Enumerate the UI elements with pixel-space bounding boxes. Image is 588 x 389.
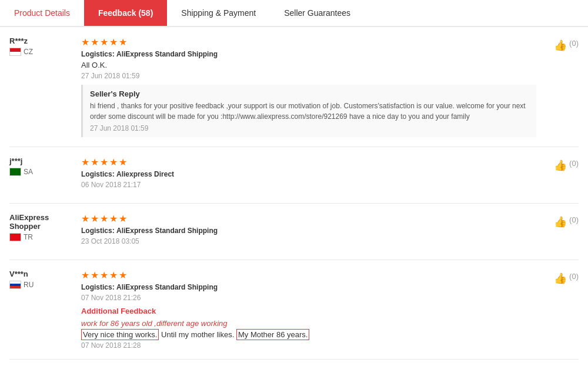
like-area[interactable]: 👍 (0) <box>543 157 579 194</box>
logistics-label: Logistics: <box>81 50 115 58</box>
thumbs-up-icon: 👍 <box>554 39 567 52</box>
reviewer-name: R***z <box>9 36 74 45</box>
reviewer-info: j***j SA <box>9 157 74 194</box>
tab-feedback[interactable]: Feedback (58) <box>84 0 167 26</box>
reviewer-info: R***z CZ <box>9 36 74 137</box>
like-count: (0) <box>569 272 579 281</box>
logistics: Logistics: AliExpress Standard Shipping <box>81 227 536 235</box>
tab-product-details[interactable]: Product Details <box>0 0 84 26</box>
reviewer-country: CZ <box>9 48 74 56</box>
additional-feedback: Additional Feedback work for 86 years ol… <box>81 307 536 350</box>
star-icon: ★ <box>81 213 89 224</box>
star-icon: ★ <box>119 213 127 224</box>
star-icon: ★ <box>81 270 89 281</box>
review-content: ★ ★ ★ ★ ★ Logistics: AliExpress Standard… <box>81 270 536 350</box>
flag-icon <box>9 48 21 56</box>
tab-bar: Product Details Feedback (58) Shipping &… <box>0 0 588 27</box>
logistics-label: Logistics: <box>81 283 115 291</box>
star-icon: ★ <box>81 157 89 168</box>
seller-reply-text: hi friend , thanks for your positive fee… <box>90 101 529 122</box>
table-row: R***z CZ ★ ★ ★ ★ ★ Logistics: AliExpress… <box>9 27 579 147</box>
reviewer-info: AliExpress Shopper TR <box>9 213 74 250</box>
country-code: CZ <box>24 48 33 56</box>
country-code: TR <box>24 233 33 241</box>
star-icon: ★ <box>91 213 99 224</box>
thumbs-up-icon: 👍 <box>554 215 567 228</box>
reviewer-info: V***n RU <box>9 270 74 350</box>
reviewer-name: j***j <box>9 157 74 165</box>
flag-icon <box>9 233 21 241</box>
tab-seller-guarantees[interactable]: Seller Guarantees <box>270 0 365 26</box>
review-date: 06 Nov 2018 21:17 <box>81 181 536 189</box>
tab-shipping[interactable]: Shipping & Payment <box>167 0 270 26</box>
star-icon: ★ <box>119 157 127 168</box>
star-icon: ★ <box>109 213 118 224</box>
review-date: 23 Oct 2018 03:05 <box>81 237 536 245</box>
country-code: SA <box>24 168 33 176</box>
star-icon: ★ <box>91 270 99 281</box>
highlighted-text: Very nice thing works. <box>81 329 159 340</box>
logistics-label: Logistics: <box>81 170 115 178</box>
reviewer-country: RU <box>9 281 74 289</box>
additional-feedback-label: Additional Feedback <box>81 307 536 315</box>
star-icon: ★ <box>100 213 108 224</box>
logistics: Logistics: AliExpress Standard Shipping <box>81 50 536 58</box>
star-icon: ★ <box>109 36 118 48</box>
star-icon: ★ <box>119 36 127 48</box>
feedback-text-part: Until my mother likes. <box>161 330 236 339</box>
thumbs-up-icon: 👍 <box>554 159 567 172</box>
table-row: V***n RU ★ ★ ★ ★ ★ Logistics: AliExpress… <box>9 260 579 360</box>
star-icon: ★ <box>81 36 89 48</box>
logistics-value: AliExpress Standard Shipping <box>116 283 218 291</box>
star-rating: ★ ★ ★ ★ ★ <box>81 213 536 224</box>
review-date: 07 Nov 2018 21:26 <box>81 294 536 302</box>
star-icon: ★ <box>91 157 99 168</box>
star-icon: ★ <box>100 157 108 168</box>
like-area[interactable]: 👍 (0) <box>543 270 579 350</box>
logistics: Logistics: Aliexpress Direct <box>81 170 536 178</box>
seller-reply-title: Seller's Reply <box>90 89 529 98</box>
country-code: RU <box>24 281 34 289</box>
review-content: ★ ★ ★ ★ ★ Logistics: AliExpress Standard… <box>81 36 536 137</box>
review-text: All O.K. <box>81 61 536 69</box>
star-icon: ★ <box>109 270 118 281</box>
table-row: AliExpress Shopper TR ★ ★ ★ ★ ★ Logistic… <box>9 204 579 260</box>
reviewer-name: V***n <box>9 270 74 278</box>
reviewer-name: AliExpress Shopper <box>9 213 74 231</box>
table-row: j***j SA ★ ★ ★ ★ ★ Logistics: Aliexpress… <box>9 147 579 204</box>
flag-icon <box>9 281 21 289</box>
logistics-label: Logistics: <box>81 227 115 235</box>
logistics: Logistics: AliExpress Standard Shipping <box>81 283 536 291</box>
reviews-list: R***z CZ ★ ★ ★ ★ ★ Logistics: AliExpress… <box>0 27 588 360</box>
logistics-value: AliExpress Standard Shipping <box>116 227 218 235</box>
like-area[interactable]: 👍 (0) <box>543 213 579 250</box>
additional-feedback-note: work for 86 years old ,different age wor… <box>81 319 536 328</box>
star-icon: ★ <box>91 36 99 48</box>
logistics-value: Aliexpress Direct <box>116 170 174 178</box>
star-rating: ★ ★ ★ ★ ★ <box>81 270 536 281</box>
thumbs-up-icon: 👍 <box>554 272 567 285</box>
seller-reply: Seller's Reply hi friend , thanks for yo… <box>81 85 536 137</box>
like-count: (0) <box>569 39 579 48</box>
feedback-text: Very nice thing works. Until my mother l… <box>81 330 536 339</box>
star-icon: ★ <box>100 270 108 281</box>
reviewer-country: SA <box>9 168 74 176</box>
flag-icon <box>9 168 21 176</box>
star-icon: ★ <box>109 157 118 168</box>
star-rating: ★ ★ ★ ★ ★ <box>81 36 536 48</box>
seller-reply-date: 27 Jun 2018 01:59 <box>90 124 529 132</box>
like-area[interactable]: 👍 (0) <box>543 36 579 137</box>
additional-feedback-date: 07 Nov 2018 21:28 <box>81 341 536 350</box>
review-date: 27 Jun 2018 01:59 <box>81 72 536 80</box>
highlighted-text: My Mother 86 years. <box>236 329 310 340</box>
star-rating: ★ ★ ★ ★ ★ <box>81 157 536 168</box>
review-content: ★ ★ ★ ★ ★ Logistics: AliExpress Standard… <box>81 213 536 250</box>
reviewer-country: TR <box>9 233 74 241</box>
star-icon: ★ <box>119 270 127 281</box>
review-content: ★ ★ ★ ★ ★ Logistics: Aliexpress Direct 0… <box>81 157 536 194</box>
star-icon: ★ <box>100 36 108 48</box>
like-count: (0) <box>569 159 579 168</box>
like-count: (0) <box>569 215 579 224</box>
logistics-value: AliExpress Standard Shipping <box>116 50 218 58</box>
